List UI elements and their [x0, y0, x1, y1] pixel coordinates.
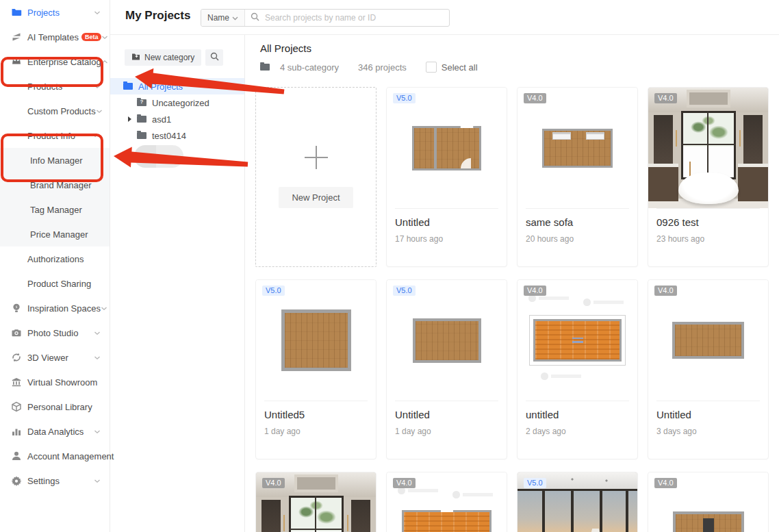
- new-project-tile[interactable]: New Project: [255, 87, 376, 267]
- select-all-label[interactable]: Select all: [442, 62, 478, 73]
- gear-icon: [11, 475, 22, 486]
- projects-content: All Projects 4 sub-category 346 projects…: [244, 34, 779, 532]
- chevron-down-icon: [94, 331, 101, 335]
- sidebar-item-data-analytics[interactable]: Data Analytics: [0, 419, 110, 444]
- category-search-button[interactable]: [205, 49, 223, 66]
- chevron-down-icon: [94, 479, 101, 483]
- sidebar-item-label: Custom Products: [27, 106, 96, 116]
- project-title: Untitled5: [264, 409, 368, 420]
- project-card[interactable]: V5.0Untitled1 day ago: [386, 279, 507, 459]
- version-badge: V4.0: [524, 93, 546, 103]
- folder-icon: [260, 64, 270, 71]
- project-card[interactable]: V4.0: [255, 472, 376, 532]
- header: My Projects Name: [110, 0, 779, 35]
- project-title: Untitled: [656, 409, 760, 420]
- project-card[interactable]: V5.0: [517, 472, 638, 532]
- floorplan-image: [281, 309, 351, 371]
- project-title: same sofa: [526, 216, 629, 228]
- sidebar-item-inspiration-spaces[interactable]: Inspiration Spaces: [0, 296, 110, 320]
- sidebar-item-label: Photo Studio: [27, 328, 78, 338]
- sidebar-item-ai-templates[interactable]: AI TemplatesBeta: [0, 25, 110, 49]
- sidebar-item-account-management[interactable]: Account Management: [0, 444, 110, 468]
- sidebar-item-tag-manager[interactable]: Tag Manager: [0, 197, 110, 222]
- chevron-down-icon: [96, 109, 103, 114]
- sidebar-item-product-sharing[interactable]: Product Sharing: [0, 271, 110, 296]
- redacted-category-item: [134, 145, 183, 168]
- tree-item-uncategorized[interactable]: Uncategorized: [110, 94, 244, 111]
- version-badge: V5.0: [262, 286, 285, 296]
- floorplan-image: [412, 126, 481, 170]
- project-card[interactable]: V4.0untitled2 days ago: [517, 279, 638, 459]
- sidebar-item-photo-studio[interactable]: Photo Studio: [0, 320, 110, 345]
- content-meta-row: 4 sub-category 346 projects Select all: [260, 62, 478, 73]
- sidebar-item-info-manager[interactable]: Info Manager: [0, 148, 110, 173]
- project-thumbnail: [648, 88, 768, 208]
- plus-icon: [305, 146, 328, 169]
- floorplan-image: [413, 318, 481, 363]
- sidebar-item-virtual-showroom[interactable]: Virtual Showroom: [0, 370, 110, 394]
- viewer-icon: [11, 352, 22, 363]
- category-tree: All ProjectsUncategorizedasd1test0414: [110, 78, 244, 144]
- project-timestamp: 23 hours ago: [656, 234, 760, 244]
- project-thumbnail: [387, 280, 507, 401]
- crown-icon: [11, 56, 22, 67]
- project-thumbnail: [518, 88, 637, 208]
- sidebar-item-label: Inspiration Spaces: [27, 303, 101, 314]
- new-category-button[interactable]: New category: [125, 49, 201, 66]
- floorplan-sofas: [544, 131, 611, 166]
- sidebar-item-custom-products[interactable]: Custom Products: [0, 99, 110, 123]
- project-card[interactable]: V5.0Untitled51 day ago: [255, 279, 376, 459]
- floorplan-window-top-right: [460, 126, 474, 128]
- sidebar-item-projects[interactable]: Projects: [0, 0, 110, 25]
- version-badge: V4.0: [262, 478, 285, 488]
- sidebar-item-personal-library[interactable]: Personal Library: [0, 394, 110, 419]
- project-card[interactable]: V4.0same sofa20 hours ago: [517, 87, 638, 267]
- caret-right-icon[interactable]: [128, 116, 131, 122]
- chevron-down-icon: [94, 10, 101, 15]
- card-meta: Untitled17 hours ago: [387, 209, 507, 251]
- sidebar-item-price-manager[interactable]: Price Manager: [0, 222, 110, 246]
- ai-templates-icon: [11, 31, 22, 42]
- chevron-down-icon: [94, 429, 101, 434]
- project-card[interactable]: V4.0: [386, 472, 507, 532]
- project-thumbnail: [256, 280, 376, 401]
- project-search-input[interactable]: [264, 12, 444, 23]
- project-card[interactable]: V4.0: [648, 472, 769, 532]
- sidebar-item-label: Virtual Showroom: [27, 377, 97, 388]
- tree-item-asd1[interactable]: asd1: [110, 111, 244, 127]
- chevron-down-icon: [94, 84, 101, 89]
- new-project-button[interactable]: New Project: [279, 187, 353, 208]
- tree-item-all-projects[interactable]: All Projects: [110, 78, 244, 94]
- project-card[interactable]: V5.0Untitled17 hours ago: [386, 87, 507, 267]
- category-panel: New category All ProjectsUncategorizedas…: [110, 34, 245, 532]
- sidebar-item-enterprise-catalog[interactable]: Enterprise Catalog: [0, 49, 110, 74]
- project-title: Untitled: [395, 216, 498, 228]
- chevron-down-icon: [101, 35, 108, 40]
- project-title: untitled: [526, 409, 629, 420]
- sidebar-item-settings[interactable]: Settings: [0, 468, 110, 493]
- project-card[interactable]: V4.00926 test23 hours ago: [648, 87, 769, 267]
- card-meta: same sofa20 hours ago: [518, 209, 637, 251]
- project-thumbnail: [648, 280, 768, 401]
- sidebar-item-product-info[interactable]: Product Info: [0, 123, 110, 148]
- select-all-checkbox[interactable]: [426, 62, 437, 73]
- chevron-up-icon: [94, 134, 101, 138]
- watermark: [583, 298, 624, 306]
- bathroom-render: [648, 88, 768, 208]
- sidebar-item-3d-viewer[interactable]: 3D Viewer: [0, 345, 110, 370]
- project-count-label: 346 projects: [358, 62, 407, 73]
- version-badge: V4.0: [524, 286, 546, 296]
- sidebar-item-authorizations[interactable]: Authorizations: [0, 246, 110, 271]
- tree-item-label: test0414: [152, 131, 186, 141]
- subcategory-count: 4 sub-category: [260, 62, 339, 73]
- version-badge: V4.0: [654, 286, 677, 296]
- project-timestamp: 2 days ago: [526, 427, 629, 436]
- tree-item-label: Uncategorized: [152, 98, 209, 108]
- project-card[interactable]: V4.0Untitled3 days ago: [648, 279, 769, 459]
- search-field-selector[interactable]: Name: [201, 10, 245, 26]
- project-title: Untitled: [395, 409, 498, 420]
- sidebar-item-brand-manager[interactable]: Brand Manager: [0, 173, 110, 197]
- tree-item-test0414[interactable]: test0414: [110, 127, 244, 144]
- folder-plus-icon: [131, 53, 140, 63]
- sidebar-item-products[interactable]: Products: [0, 74, 110, 99]
